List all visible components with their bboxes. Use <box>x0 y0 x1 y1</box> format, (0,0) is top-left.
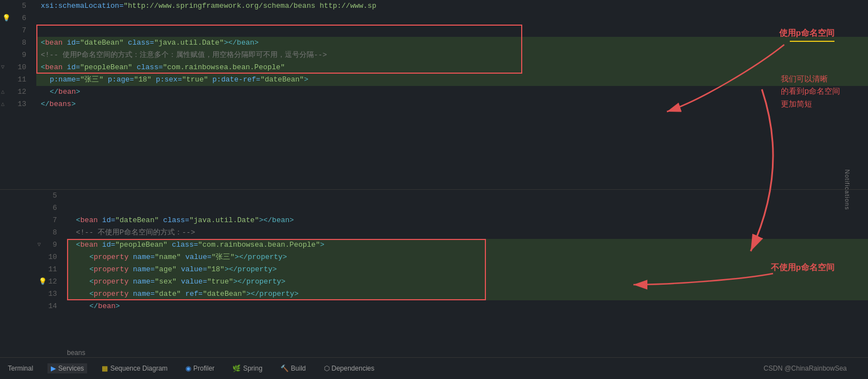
spring-icon: 🌿 <box>232 364 241 372</box>
profiler-button[interactable]: ◉ Profiler <box>182 363 218 373</box>
annotation-text-block: 我们可以清晰 的看到p命名空间 更加简短 <box>781 73 840 110</box>
code-text: xsi:schemaLocation= <box>41 2 123 10</box>
fold-arrow-b9[interactable]: ▽ <box>37 239 41 251</box>
services-label: Services <box>58 364 84 372</box>
build-icon: 🔨 <box>280 364 289 372</box>
sequence-icon: ▦ <box>102 364 108 372</box>
fold-arrow-10[interactable]: ▽ <box>1 61 4 74</box>
line-num-12: △ 12 <box>0 86 31 98</box>
bottom-code-content: <bean id="dateBean" class="java.util.Dat… <box>67 190 868 357</box>
terminal-button[interactable]: Terminal <box>4 363 36 373</box>
bottom-line-numbers: 5 6 7 8 ▽ 9 10 11 💡 12 13 14 <box>36 190 67 357</box>
profiler-icon: ◉ <box>185 364 191 372</box>
code-line-8: <bean id="dateBean" class="java.util.Dat… <box>36 37 868 49</box>
annotation-bottom-right: 不使用p命名空间 <box>771 262 834 273</box>
bottom-line-9: ▽ 9 <box>36 239 61 251</box>
line-num-9: 9 <box>0 49 31 61</box>
sequence-diagram-button[interactable]: ▦ Sequence Diagram <box>98 363 171 373</box>
fold-arrow-12[interactable]: △ <box>1 86 4 98</box>
sequence-label: Sequence Diagram <box>110 364 168 372</box>
code-line-6 <box>36 12 868 25</box>
b-code-line-11: <property name="age" value="18"></proper… <box>67 263 868 276</box>
dependencies-button[interactable]: ⬡ Dependencies <box>321 363 378 373</box>
terminal-label: Terminal <box>8 364 33 372</box>
annotation-line-2: 我们可以清晰 <box>781 73 840 85</box>
code-line-9: <!-- 使用P命名空间的方式：注意多个：属性赋值，用空格分隔即可不用，逗号分隔… <box>36 49 868 61</box>
bulb-icon: 💡 <box>2 12 11 25</box>
spring-button[interactable]: 🌿 Spring <box>229 363 266 373</box>
annotation-no-p: 不使用p命名空间 <box>771 262 834 273</box>
code-line-13: </beans> <box>36 98 868 111</box>
line-num-10: ▽ 10 <box>0 61 31 74</box>
annotation-text-bottom: 不使用p命名空间 <box>771 262 834 272</box>
b-code-line-9: <bean id="peopleBean" class="com.rainbow… <box>67 239 868 251</box>
fold-arrow-13[interactable]: △ <box>1 98 4 111</box>
bottom-line-12: 💡 12 <box>36 276 61 288</box>
annotation-line-4: 更加简短 <box>781 98 840 110</box>
b-code-line-14: </bean> <box>67 300 868 313</box>
bulb-icon-bottom: 💡 <box>39 276 47 288</box>
b-code-line-10: <property name="name" value="张三"></prope… <box>67 251 868 263</box>
bottom-line-8: 8 <box>36 227 61 239</box>
editor-container: 5 💡 6 7 8 9 ▽ 10 11 △ 12 △ 13 <box>0 0 868 357</box>
b-code-line-12: <property name="sex" value="true"></prop… <box>67 276 868 288</box>
bottom-left-gutter <box>0 190 36 357</box>
b-code-line-8: <!-- 不使用P命名空间的方式：--> <box>67 227 868 239</box>
top-panel: 5 💡 6 7 8 9 ▽ 10 11 △ 12 △ 13 <box>0 0 868 189</box>
bottom-line-6: 6 <box>36 202 61 214</box>
bottom-line-13: 13 <box>36 288 61 300</box>
b-code-line-13: <property name="date" ref="dateBean"></p… <box>67 288 868 300</box>
annotation-underline <box>790 41 834 42</box>
top-line-numbers: 5 💡 6 7 8 9 ▽ 10 11 △ 12 △ 13 <box>0 0 36 189</box>
bottom-line-10: 10 <box>36 251 61 263</box>
line-num-11: 11 <box>0 74 31 86</box>
bottom-line-14: 14 <box>36 300 61 313</box>
spring-label: Spring <box>243 364 263 372</box>
csdn-text: CSDN @ChinaRainbowSea <box>764 364 847 372</box>
profiler-label: Profiler <box>193 364 214 372</box>
dependencies-icon: ⬡ <box>324 364 330 372</box>
code-text: "http://www.springframework.org/schema/b… <box>123 2 376 10</box>
code-line-10: <bean id="peopleBean" class="com.rainbow… <box>36 61 868 74</box>
breadcrumb-text: beans <box>67 349 85 357</box>
line-num-6: 💡 6 <box>0 12 31 25</box>
annotation-clear-p: 我们可以清晰 的看到p命名空间 更加简短 <box>781 73 840 110</box>
line-num-13: △ 13 <box>0 98 31 111</box>
b-code-line-6 <box>67 202 868 214</box>
code-line-7 <box>36 25 868 37</box>
b-code-line-5 <box>67 190 868 202</box>
notifications-label: Notifications <box>845 169 851 210</box>
services-icon: ▶ <box>51 364 56 372</box>
bottom-panel: 5 6 7 8 ▽ 9 10 11 💡 12 13 14 <box>0 190 868 357</box>
dependencies-label: Dependencies <box>332 364 375 372</box>
build-button[interactable]: 🔨 Build <box>277 363 309 373</box>
csdn-watermark: CSDN @ChinaRainbowSea <box>764 364 864 372</box>
annotation-text-1: 使用p命名空间 <box>779 28 834 37</box>
line-num-7: 7 <box>0 25 31 37</box>
b-code-line-7: <bean id="dateBean" class="java.util.Dat… <box>67 214 868 227</box>
annotation-top-right: 使用p命名空间 <box>779 28 834 44</box>
bottom-line-5: 5 <box>36 190 61 202</box>
status-bar: Terminal ▶ Services ▦ Sequence Diagram ◉… <box>0 357 868 379</box>
code-line-12: </bean> <box>36 86 868 98</box>
breadcrumb: beans <box>67 349 85 357</box>
annotation-line-3: 的看到p命名空间 <box>781 85 840 97</box>
build-label: Build <box>291 364 306 372</box>
bottom-line-11: 11 <box>36 263 61 276</box>
code-line-11: p:name="张三" p:age="18" p:sex="true" p:da… <box>36 74 868 86</box>
annotation-use-p: 使用p命名空间 <box>779 28 834 39</box>
code-line-5: xsi:schemaLocation="http://www.springfra… <box>36 0 868 12</box>
services-button[interactable]: ▶ Services <box>47 363 87 373</box>
line-num-5: 5 <box>0 0 31 12</box>
bottom-line-7: 7 <box>36 214 61 227</box>
top-code-content: xsi:schemaLocation="http://www.springfra… <box>36 0 868 189</box>
line-num-8: 8 <box>0 37 31 49</box>
notifications-side: Notifications <box>845 169 851 210</box>
